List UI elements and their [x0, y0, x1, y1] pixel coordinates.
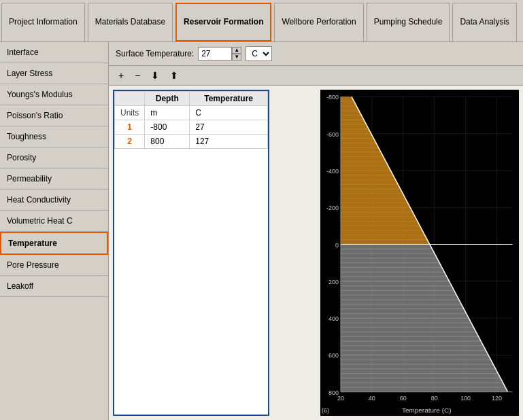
- sidebar-item-leakoff[interactable]: Leakoff: [0, 276, 108, 297]
- remove-row-button[interactable]: −: [132, 69, 143, 82]
- table-row: 2 800 127: [115, 135, 268, 149]
- row-temperature[interactable]: 127: [190, 135, 268, 149]
- svg-text:400: 400: [328, 315, 338, 322]
- data-table-wrapper: Depth Temperature Units m C 1 -800: [113, 90, 269, 416]
- sidebar-item-toughness[interactable]: Toughness: [0, 126, 108, 147]
- content-area: Surface Temperature: ▲ ▼ CF + − ⬇ ⬆: [109, 42, 523, 420]
- svg-text:200: 200: [328, 279, 338, 285]
- temp-unit-select[interactable]: CF: [246, 46, 272, 61]
- upload-button[interactable]: ⬆: [167, 69, 181, 82]
- table-header-row: Depth Temperature: [115, 92, 268, 106]
- sidebar-item-layer-stress[interactable]: Layer Stress: [0, 63, 108, 84]
- tab-data-analysis[interactable]: Data Analysis: [452, 3, 517, 41]
- main-layout: InterfaceLayer StressYoungs's ModulusPoi…: [0, 42, 523, 420]
- chart-area: -800-600-400-200020040060080020406080100…: [320, 90, 520, 416]
- tab-project-info[interactable]: Project Information: [1, 3, 85, 41]
- col-header-empty: [115, 92, 145, 106]
- svg-text:100: 100: [460, 395, 471, 402]
- chart-svg: -800-600-400-200020040060080020406080100…: [320, 90, 520, 416]
- sidebar-item-temperature[interactable]: Temperature: [0, 232, 108, 255]
- download-button[interactable]: ⬇: [148, 69, 162, 82]
- sidebar-item-heat-conductivity[interactable]: Heat Conductivity: [0, 190, 108, 211]
- surface-temp-input-group: ▲ ▼: [198, 47, 241, 60]
- sidebar-item-pore-pressure[interactable]: Pore Pressure: [0, 255, 108, 276]
- spin-down-button[interactable]: ▼: [232, 54, 241, 60]
- col-header-depth: Depth: [145, 92, 190, 106]
- svg-text:600: 600: [328, 352, 338, 359]
- svg-text:-800: -800: [326, 94, 339, 101]
- sidebar-item-interface[interactable]: Interface: [0, 42, 108, 63]
- table-toolbar: + − ⬇ ⬆: [109, 66, 523, 86]
- row-depth[interactable]: 800: [145, 135, 190, 149]
- temperature-table: Depth Temperature Units m C 1 -800: [114, 91, 268, 149]
- content-right: Depth Temperature Units m C 1 -800: [109, 86, 523, 420]
- row-temperature[interactable]: 27: [190, 120, 268, 135]
- svg-text:80: 80: [431, 395, 437, 402]
- sidebar: InterfaceLayer StressYoungs's ModulusPoi…: [0, 42, 109, 420]
- svg-text:120: 120: [492, 395, 502, 402]
- svg-text:40: 40: [368, 395, 375, 402]
- units-row: Units m C: [115, 106, 268, 120]
- row-number: 1: [115, 120, 145, 135]
- tab-reservoir-formation[interactable]: Reservoir Formation: [175, 3, 271, 41]
- tab-materials-db[interactable]: Materials Database: [88, 3, 173, 41]
- row-number: 2: [115, 135, 145, 149]
- row-depth[interactable]: -800: [145, 120, 190, 135]
- col-header-temperature: Temperature: [190, 92, 268, 106]
- spin-buttons: ▲ ▼: [232, 47, 241, 60]
- surface-temp-label: Surface Temperature:: [116, 49, 194, 58]
- svg-text:-200: -200: [326, 205, 339, 211]
- svg-text:0: 0: [335, 242, 338, 249]
- tab-wellbore-perforation[interactable]: Wellbore Perforation: [274, 3, 363, 41]
- surface-temp-input[interactable]: [198, 47, 232, 60]
- svg-text:Temperature (C): Temperature (C): [401, 406, 451, 414]
- top-navigation: Project InformationMaterials DatabaseRes…: [0, 0, 523, 42]
- spin-up-button[interactable]: ▲: [232, 47, 241, 54]
- svg-text:60: 60: [399, 395, 406, 402]
- temp-unit: C: [190, 106, 268, 120]
- sidebar-item-permeability[interactable]: Permeability: [0, 169, 108, 190]
- sidebar-item-porosity[interactable]: Porosity: [0, 147, 108, 169]
- tab-pumping-schedule[interactable]: Pumping Schedule: [367, 3, 450, 41]
- table-container: Depth Temperature Units m C 1 -800: [109, 86, 316, 420]
- svg-text:20: 20: [337, 395, 343, 402]
- units-label: Units: [115, 106, 145, 120]
- sidebar-item-youngs-modulus[interactable]: Youngs's Modulus: [0, 84, 108, 105]
- svg-text:-400: -400: [326, 168, 339, 175]
- sidebar-item-volumetric-heat-c[interactable]: Volumetric Heat C: [0, 211, 108, 232]
- depth-unit: m: [145, 106, 190, 120]
- table-row: 1 -800 27: [115, 120, 268, 135]
- sidebar-item-poissons-ratio[interactable]: Poisson's Ratio: [0, 105, 108, 126]
- svg-text:(6): (6): [321, 407, 328, 414]
- add-row-button[interactable]: +: [116, 69, 126, 82]
- svg-text:-600: -600: [326, 131, 339, 138]
- surface-temp-bar: Surface Temperature: ▲ ▼ CF: [109, 42, 523, 66]
